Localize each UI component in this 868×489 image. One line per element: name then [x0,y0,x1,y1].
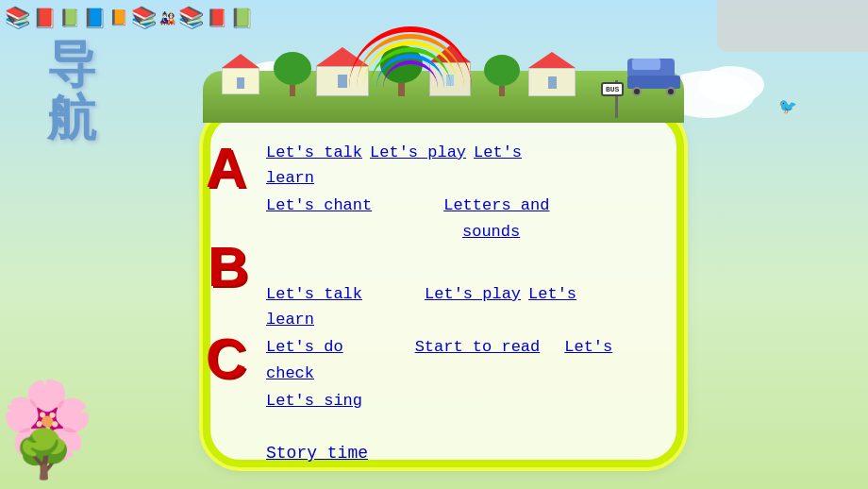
lets-learn-a-link[interactable]: Let's [474,140,522,165]
lets-do-link[interactable]: Let's do [266,334,343,360]
letter-b: B [208,234,248,299]
story-time-section: Story time [266,444,368,463]
cloud-4 [698,66,764,104]
flower-tree-decoration: 🌸 🌳 [0,376,113,489]
start-to-read-link[interactable]: Start to read [415,334,541,360]
lets-chant-a-link[interactable]: Let's chant [266,193,372,218]
chinese-char-2: 航 [47,92,96,145]
rainbow [349,26,472,97]
lets-b-link[interactable]: Let's [528,281,576,307]
lets-check-b-link[interactable]: check [266,361,314,386]
lets-talk-a-link[interactable]: Let's talk [266,140,362,165]
sounds-link[interactable]: sounds [462,219,520,244]
section-a-links: Let's talk Let's play Let's learn Let's … [266,140,549,244]
chinese-char-1: 导 [47,38,96,92]
lets-talk-b-link[interactable]: Let's talk [266,281,362,307]
letters-sounds-link[interactable]: Letters and [443,193,549,218]
section-b-links: Let's talk Let's play Let's learn Let's … [266,281,612,413]
lets-learn-a-link2[interactable]: learn [266,165,314,191]
letter-a: A [206,135,246,200]
lets-play-b-link[interactable]: Let's play [425,281,521,307]
lets-play-a-link[interactable]: Let's play [370,140,466,165]
chinese-navigation: 导 航 [47,38,96,145]
book-decoration-bar: 📚 📕 📗 📘 📙 📚 🎎 📚 📕 📗 [0,0,302,36]
bird-decoration: 🐦 [778,97,797,116]
top-right-area [717,0,868,52]
lets-learn-b-link[interactable]: learn [266,307,314,332]
letter-c: C [206,326,246,391]
lets-check-a-link[interactable]: Let's [564,334,612,360]
lets-sing-link[interactable]: Let's sing [266,388,362,413]
story-time-link[interactable]: Story time [266,444,368,463]
bus-sign: BUS [601,82,624,96]
